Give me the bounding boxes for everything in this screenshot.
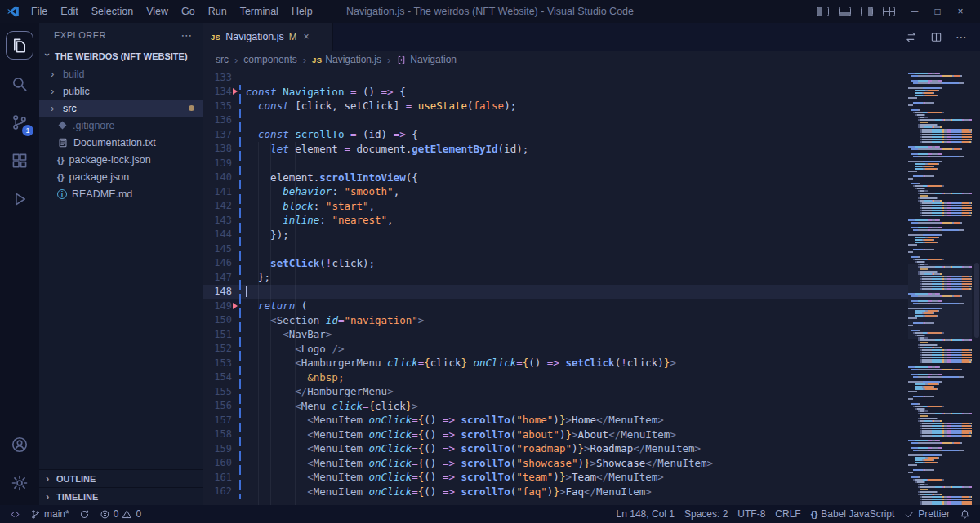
code-line-157[interactable]: 157 <MenuItem onClick={() => scrollTo("h… — [203, 413, 908, 428]
tree-item-gitignore[interactable]: .gitignore — [39, 117, 203, 134]
close-tab-icon[interactable]: × — [303, 31, 309, 42]
line-number[interactable]: 142 — [203, 200, 232, 211]
status-encoding[interactable]: UTF-8 — [733, 505, 770, 523]
code-line-147[interactable]: 147 }; — [203, 270, 908, 285]
line-number[interactable]: 161 — [203, 472, 232, 483]
menu-item-run[interactable]: Run — [202, 3, 234, 20]
code-line-161[interactable]: 161 <MenuItem onClick={() => scrollTo("t… — [203, 470, 908, 485]
line-number[interactable]: 144 — [203, 228, 232, 240]
activity-explorer[interactable] — [1, 26, 38, 64]
line-number[interactable]: 136 — [203, 114, 232, 126]
line-number[interactable]: 159 — [203, 443, 232, 454]
activity-search[interactable] — [1, 64, 38, 103]
activity-extensions[interactable] — [1, 141, 38, 180]
code-line-152[interactable]: 152 <Logo /> — [203, 342, 908, 357]
breadcrumb-item-navigation[interactable]: Navigation — [396, 54, 457, 65]
code-line-141[interactable]: 141 behavior: "smooth", — [203, 184, 908, 199]
code-line-151[interactable]: 151 <NavBar> — [203, 327, 908, 342]
status-formatter[interactable]: Prettier — [899, 505, 955, 523]
code-line-145[interactable]: 145 — [203, 242, 908, 256]
menu-item-file[interactable]: File — [24, 3, 54, 20]
code-line-140[interactable]: 140 element.scrollIntoView({ — [203, 171, 908, 185]
breadcrumb-item-src[interactable]: src — [216, 54, 229, 65]
activity-settings[interactable] — [1, 463, 38, 502]
status-branch[interactable]: main* — [25, 505, 74, 523]
split-editor-icon[interactable] — [930, 31, 942, 43]
line-number[interactable]: 148 — [203, 286, 232, 297]
maximize-button[interactable]: □ — [928, 6, 947, 17]
line-number[interactable]: 143 — [203, 215, 232, 226]
more-actions-icon[interactable]: ⋯ — [956, 30, 967, 43]
menu-item-selection[interactable]: Selection — [85, 3, 140, 20]
minimize-button[interactable]: ─ — [905, 6, 924, 17]
code-line-150[interactable]: 150 <Section id="navigation"> — [203, 313, 908, 328]
tree-item-readme-md[interactable]: README.md — [39, 185, 203, 202]
line-number[interactable]: 137 — [203, 129, 232, 140]
activity-accounts[interactable] — [1, 425, 38, 463]
code-line-142[interactable]: 142 block: "start", — [203, 199, 908, 214]
compare-changes-icon[interactable] — [905, 31, 917, 43]
tree-item-public[interactable]: ›public — [39, 82, 203, 100]
status-sync[interactable] — [74, 505, 95, 523]
tab-navigation-js[interactable]: Navigation.js M × — [203, 23, 333, 51]
status-notifications[interactable] — [955, 505, 975, 523]
code-line-139[interactable]: 139 — [203, 156, 908, 171]
code-line-133[interactable]: 133 — [203, 70, 908, 85]
status-cursor-position[interactable]: Ln 148, Col 1 — [612, 505, 679, 523]
code-line-159[interactable]: 159 <MenuItem onClick={() => scrollTo("r… — [203, 441, 908, 456]
menu-item-go[interactable]: Go — [175, 3, 202, 20]
section-outline[interactable]: ›OUTLINE — [39, 469, 203, 487]
breadcrumb-item-components[interactable]: components — [243, 54, 296, 65]
line-number[interactable]: 150 — [203, 314, 232, 326]
menu-item-help[interactable]: Help — [285, 3, 319, 20]
line-number[interactable]: 162 — [203, 485, 232, 497]
code-line-148[interactable]: 148 — [203, 285, 908, 299]
code-editor[interactable]: 133134const Navigation = () => {135 cons… — [203, 69, 980, 505]
line-number[interactable]: 153 — [203, 357, 232, 369]
minimap-slider[interactable] — [908, 264, 972, 339]
close-button[interactable]: × — [951, 6, 970, 17]
minimap[interactable] — [908, 70, 972, 505]
line-number[interactable]: 151 — [203, 329, 232, 340]
line-number[interactable]: 156 — [203, 400, 232, 411]
line-number[interactable]: 155 — [203, 386, 232, 397]
line-number[interactable]: 134 — [203, 86, 232, 97]
tree-item-package-json[interactable]: package.json — [39, 168, 203, 185]
scrollbar-thumb[interactable] — [974, 263, 979, 338]
code-line-144[interactable]: 144 }); — [203, 228, 908, 242]
code-line-160[interactable]: 160 <MenuItem onClick={() => scrollTo("s… — [203, 456, 908, 471]
status-eol[interactable]: CRLF — [770, 505, 805, 523]
code-line-154[interactable]: 154 &nbsp; — [203, 370, 908, 385]
line-number[interactable]: 147 — [203, 272, 232, 283]
code-line-143[interactable]: 143 inline: "nearest", — [203, 213, 908, 228]
line-number[interactable]: 149 — [203, 300, 232, 312]
line-number[interactable]: 152 — [203, 343, 232, 354]
tree-item-src[interactable]: ›src — [39, 100, 203, 117]
menu-item-terminal[interactable]: Terminal — [234, 3, 285, 20]
code-line-135[interactable]: 135 const [click, setClick] = useState(f… — [203, 99, 908, 113]
code-line-153[interactable]: 153 <HamburgerMenu click={click} onClick… — [203, 356, 908, 370]
code-line-136[interactable]: 136 — [203, 113, 908, 128]
code-line-149[interactable]: 149 return ( — [203, 299, 908, 313]
code-line-156[interactable]: 156 <Menu click={click}> — [203, 399, 908, 414]
line-number[interactable]: 157 — [203, 414, 232, 426]
code-line-146[interactable]: 146 setClick(!click); — [203, 256, 908, 271]
more-actions-icon[interactable]: ⋯ — [181, 29, 194, 42]
breadcrumb-item-navigation-js[interactable]: Navigation.js — [312, 54, 381, 65]
code-line-158[interactable]: 158 <MenuItem onClick={() => scrollTo("a… — [203, 428, 908, 442]
line-number[interactable]: 145 — [203, 243, 232, 255]
code-line-155[interactable]: 155 </HamburgerMenu> — [203, 384, 908, 399]
line-number[interactable]: 133 — [203, 72, 232, 83]
toggle-sidebar-icon[interactable] — [817, 7, 829, 16]
status-language-mode[interactable]: Babel JavaScript — [806, 505, 900, 523]
line-number[interactable]: 138 — [203, 143, 232, 154]
tree-item-build[interactable]: ›build — [39, 65, 203, 82]
line-number[interactable]: 139 — [203, 157, 232, 169]
tree-item-package-lock-json[interactable]: package-lock.json — [39, 151, 203, 168]
project-section-header[interactable]: › THE WEIRDOS (NFT WEBSITE) — [39, 47, 203, 65]
menu-item-view[interactable]: View — [140, 3, 175, 20]
line-number[interactable]: 160 — [203, 457, 232, 468]
status-problems[interactable]: 00 — [95, 505, 146, 523]
line-number[interactable]: 141 — [203, 186, 232, 197]
toggle-panel-icon[interactable] — [839, 7, 851, 16]
